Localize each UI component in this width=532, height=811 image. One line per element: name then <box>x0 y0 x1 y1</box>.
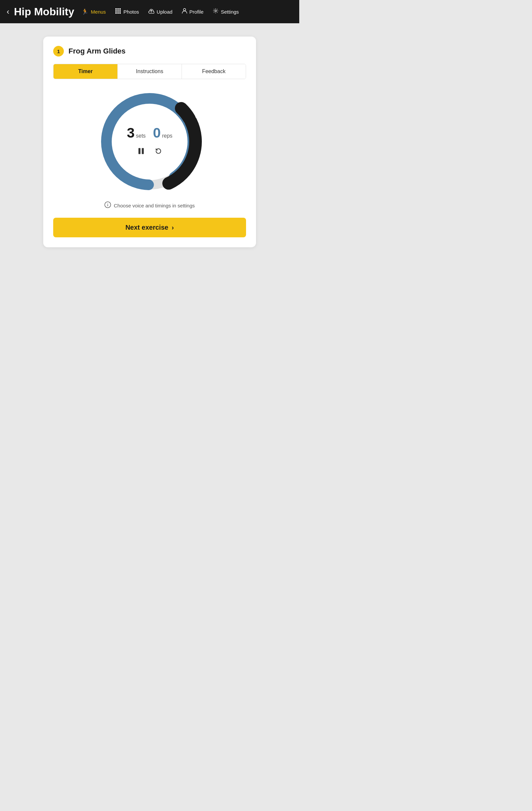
svg-rect-3 <box>116 10 117 12</box>
exercise-number-badge: 1 <box>53 46 64 57</box>
nav-settings-label: Settings <box>221 9 239 15</box>
timer-center: 3 sets 0 reps <box>127 125 172 158</box>
svg-rect-6 <box>116 12 117 14</box>
nav-profile-label: Profile <box>189 9 204 15</box>
nav-settings[interactable]: Settings <box>213 8 239 15</box>
svg-point-11 <box>215 10 216 12</box>
svg-rect-8 <box>119 12 121 14</box>
exercise-card: 1 Frog Arm Glides Timer Instructions Fee… <box>43 36 256 247</box>
svg-rect-16 <box>142 148 143 154</box>
hint-row: Choose voice and timings in settings <box>104 201 195 210</box>
svg-rect-1 <box>117 8 119 10</box>
main-content: 1 Frog Arm Glides Timer Instructions Fee… <box>0 23 299 261</box>
hint-text: Choose voice and timings in settings <box>114 203 195 209</box>
svg-rect-5 <box>119 10 121 12</box>
menus-icon: 🏃 <box>81 8 89 15</box>
timer-controls <box>136 146 163 158</box>
sets-label: sets <box>136 133 146 139</box>
nav-photos[interactable]: Photos <box>115 8 139 16</box>
profile-icon <box>182 8 187 15</box>
settings-icon <box>213 8 218 15</box>
nav-upload[interactable]: Upload <box>148 8 172 15</box>
exercise-header: 1 Frog Arm Glides <box>53 46 246 57</box>
svg-rect-4 <box>117 10 119 12</box>
svg-rect-2 <box>119 8 121 10</box>
nav-profile[interactable]: Profile <box>182 8 204 15</box>
svg-rect-7 <box>117 12 119 14</box>
tab-instructions[interactable]: Instructions <box>118 64 182 79</box>
tab-feedback[interactable]: Feedback <box>182 64 246 79</box>
app-title: Hip Mobility <box>14 6 74 18</box>
sets-count: 3 <box>127 125 134 141</box>
chevron-right-icon: › <box>171 224 174 231</box>
header-nav: 🏃 Menus Photos Upload Profile <box>81 8 239 16</box>
app-header: ‹ Hip Mobility 🏃 Menus Photos Upload Pr <box>0 0 299 23</box>
pause-button[interactable] <box>136 146 146 158</box>
back-button[interactable]: ‹ <box>7 7 9 16</box>
reps-count: 0 <box>153 125 161 141</box>
timer-section: 3 sets 0 reps <box>53 88 246 237</box>
svg-point-19 <box>107 203 108 204</box>
donut-chart: 3 sets 0 reps <box>96 88 203 195</box>
nav-photos-label: Photos <box>123 9 139 15</box>
tab-bar: Timer Instructions Feedback <box>53 64 246 79</box>
svg-rect-15 <box>138 148 140 154</box>
nav-menus-label: Menus <box>91 9 106 15</box>
sets-stat: 3 sets <box>127 125 146 141</box>
photos-icon <box>115 8 121 16</box>
svg-point-10 <box>183 9 185 11</box>
next-button-label: Next exercise <box>125 224 168 231</box>
nav-menus[interactable]: 🏃 Menus <box>81 8 106 15</box>
exercise-title: Frog Arm Glides <box>69 47 126 56</box>
svg-rect-0 <box>116 8 117 10</box>
restart-button[interactable] <box>153 146 163 158</box>
timer-stats: 3 sets 0 reps <box>127 125 172 141</box>
upload-icon <box>148 8 154 15</box>
nav-upload-label: Upload <box>157 9 172 15</box>
info-icon <box>104 201 111 210</box>
reps-stat: 0 reps <box>153 125 172 141</box>
reps-label: reps <box>162 133 172 139</box>
tab-timer[interactable]: Timer <box>54 64 118 79</box>
next-exercise-button[interactable]: Next exercise › <box>53 218 246 237</box>
